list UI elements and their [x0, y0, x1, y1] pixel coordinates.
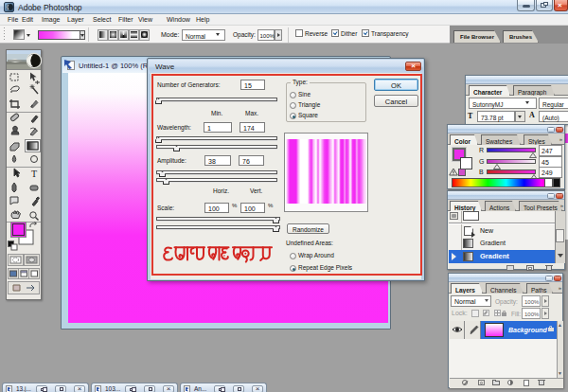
svg-text:T: T [31, 169, 37, 179]
